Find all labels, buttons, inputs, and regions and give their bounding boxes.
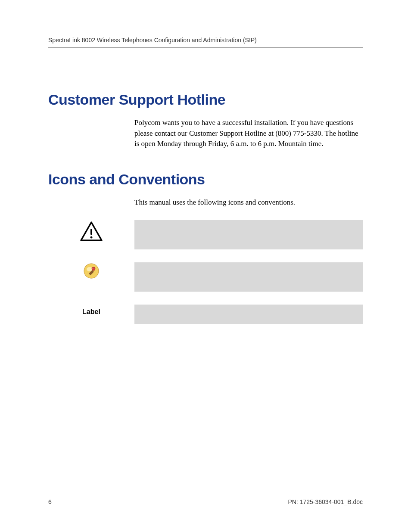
icons-heading: Icons and Conventions [48, 171, 363, 188]
header-title: SpectraLink 8002 Wireless Telephones Con… [48, 37, 363, 44]
svg-point-1 [90, 236, 93, 238]
caution-icon [80, 221, 103, 243]
label-description-box [134, 305, 363, 324]
caution-icon-cell [48, 220, 134, 243]
svg-point-4 [92, 267, 95, 271]
caution-row [48, 220, 363, 249]
label-text: Label [48, 305, 134, 316]
svg-point-5 [92, 268, 93, 268]
svg-rect-0 [90, 229, 92, 235]
note-row [48, 262, 363, 292]
icons-intro: This manual uses the following icons and… [134, 197, 363, 208]
caution-description-box [134, 220, 363, 249]
note-icon-cell [48, 262, 134, 279]
doc-id: PN: 1725-36034-001_B.doc [288, 498, 363, 505]
hotline-body: Polycom wants you to have a successful i… [134, 118, 358, 149]
note-description-box [134, 262, 363, 292]
pushpin-icon [84, 263, 99, 279]
hotline-heading: Customer Support Hotline [48, 91, 363, 108]
label-row: Label [48, 305, 363, 324]
footer: 6 PN: 1725-36034-001_B.doc [48, 498, 363, 505]
page-number: 6 [48, 498, 52, 505]
header-rule [48, 47, 363, 48]
